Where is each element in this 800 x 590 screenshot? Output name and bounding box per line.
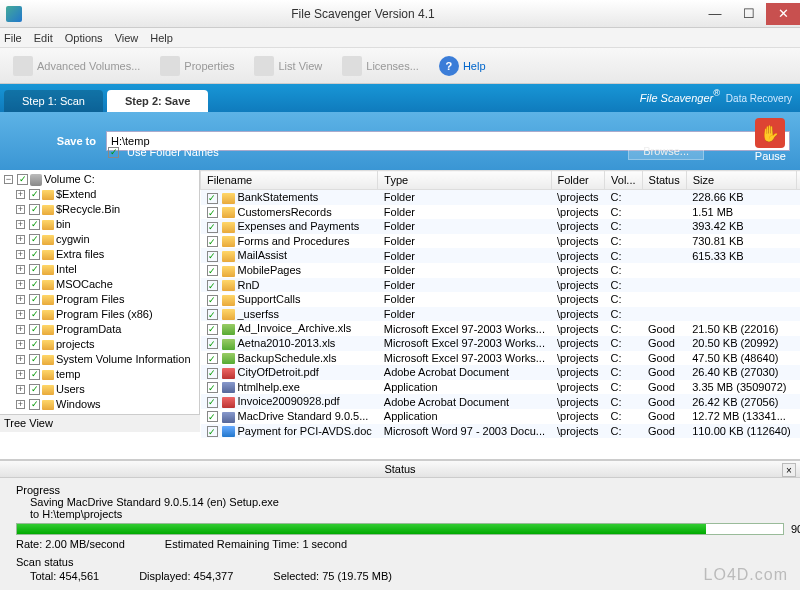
tree-node[interactable]: +✓ $Extend [16, 187, 197, 202]
scan-status-label: Scan status [16, 556, 784, 568]
checkbox-icon: ✓ [108, 147, 119, 158]
help-icon: ? [439, 56, 459, 76]
table-row[interactable]: ✓MobilePages Folder\projectsC: [201, 263, 801, 278]
menu-options[interactable]: Options [65, 32, 103, 44]
table-row[interactable]: ✓_userfss Folder\projectsC: [201, 307, 801, 322]
file-list[interactable]: FilenameTypeFolderVol...StatusSizeModifi… [200, 170, 800, 459]
brand-label: File Scavenger®Data Recovery [640, 88, 792, 105]
progress-file2: to H:\temp\projects [16, 508, 784, 520]
status-panel: Status × Progress Saving MacDrive Standa… [0, 460, 800, 590]
table-row[interactable]: ✓Invoice20090928.pdf Adobe Acrobat Docum… [201, 394, 801, 409]
menu-file[interactable]: File [4, 32, 22, 44]
properties-button[interactable]: Properties [151, 51, 243, 81]
tree-node[interactable]: +✓ cygwin [16, 232, 197, 247]
watermark: LO4D.com [704, 566, 788, 584]
table-row[interactable]: ✓Expenses and Payments Folder\projectsC:… [201, 219, 801, 234]
browse-button[interactable]: Browse... [628, 142, 704, 160]
progress-file1: Saving MacDrive Standard 9.0.5.14 (en) S… [16, 496, 784, 508]
save-panel: Save to ✓ Use Folder Names Browse... ✋ P… [0, 112, 800, 170]
menubar: File Edit Options View Help [0, 28, 800, 48]
menu-edit[interactable]: Edit [34, 32, 53, 44]
tree-node[interactable]: +✓ ProgramData [16, 322, 197, 337]
tab-step2-save[interactable]: Step 2: Save [107, 90, 208, 112]
pause-button[interactable]: ✋ Pause [755, 118, 786, 162]
licenses-button[interactable]: Licenses... [333, 51, 428, 81]
toolbar: Advanced Volumes... Properties List View… [0, 48, 800, 84]
tree-node[interactable]: +✓ bin [16, 217, 197, 232]
table-row[interactable]: ✓Forms and Procedures Folder\projectsC:7… [201, 234, 801, 249]
table-row[interactable]: ✓BackupSchedule.xls Microsoft Excel 97-2… [201, 351, 801, 366]
tree-view-label: Tree View [0, 414, 200, 432]
table-row[interactable]: ✓Payment for PCI-AVDS.doc Microsoft Word… [201, 424, 801, 439]
advanced-volumes-button[interactable]: Advanced Volumes... [4, 51, 149, 81]
status-header: Status × [0, 461, 800, 478]
menu-view[interactable]: View [115, 32, 139, 44]
eta-value: 1 second [302, 538, 347, 550]
tree-node[interactable]: +✓ temp [16, 367, 197, 382]
table-row[interactable]: ✓CustomersRecords Folder\projectsC:1.51 … [201, 205, 801, 220]
titlebar: File Scavenger Version 4.1 — ☐ ✕ [0, 0, 800, 28]
tree-node[interactable]: +✓ Extra files [16, 247, 197, 262]
tab-step1-scan[interactable]: Step 1: Scan [4, 90, 103, 112]
table-row[interactable]: ✓Aetna2010-2013.xls Microsoft Excel 97-2… [201, 336, 801, 351]
tree-node[interactable]: +✓ projects [16, 337, 197, 352]
column-header[interactable]: Type [378, 171, 551, 190]
save-to-label: Save to [40, 135, 96, 147]
tree-node[interactable]: +✓ MSOCache [16, 277, 197, 292]
status-close-button[interactable]: × [782, 463, 796, 477]
step-bar: Step 1: Scan Step 2: Save File Scavenger… [0, 84, 800, 112]
tree-node[interactable]: +✓ $Recycle.Bin [16, 202, 197, 217]
tree-root[interactable]: −✓ Volume C: [4, 172, 197, 187]
maximize-button[interactable]: ☐ [732, 3, 766, 25]
window-title: File Scavenger Version 4.1 [28, 7, 698, 21]
progress-bar: 90% [16, 523, 784, 535]
column-header[interactable]: Filename [201, 171, 378, 190]
progress-label: Progress [16, 484, 784, 496]
table-row[interactable]: ✓Ad_Invoice_Archive.xls Microsoft Excel … [201, 321, 801, 336]
tree-node[interactable]: +✓ Program Files (x86) [16, 307, 197, 322]
tree-view[interactable]: −✓ Volume C:+✓ $Extend+✓ $Recycle.Bin+✓ … [0, 170, 200, 414]
tree-node[interactable]: +✓ System Volume Information [16, 352, 197, 367]
column-header[interactable]: Vol... [605, 171, 642, 190]
tree-node[interactable]: +✓ Intel [16, 262, 197, 277]
tree-node[interactable]: +✓ Users [16, 382, 197, 397]
table-row[interactable]: ✓htmlhelp.exe Application\projectsC:Good… [201, 380, 801, 395]
table-row[interactable]: ✓MacDrive Standard 9.0.5... Application\… [201, 409, 801, 424]
close-button[interactable]: ✕ [766, 3, 800, 25]
table-row[interactable]: ✓SupportCalls Folder\projectsC: [201, 292, 801, 307]
column-header[interactable]: Size [686, 171, 796, 190]
table-row[interactable]: ✓CityOfDetroit.pdf Adobe Acrobat Documen… [201, 365, 801, 380]
list-icon [254, 56, 274, 76]
minimize-button[interactable]: — [698, 3, 732, 25]
use-folder-names-checkbox[interactable]: ✓ Use Folder Names [108, 146, 219, 158]
pause-icon: ✋ [755, 118, 785, 148]
list-view-button[interactable]: List View [245, 51, 331, 81]
table-row[interactable]: ✓RnD Folder\projectsC: [201, 278, 801, 293]
key-icon [342, 56, 362, 76]
table-row[interactable]: ✓BankStatements Folder\projectsC:228.66 … [201, 190, 801, 205]
column-header[interactable]: Folder [551, 171, 605, 190]
help-button[interactable]: ?Help [430, 51, 495, 81]
column-header[interactable]: Status [642, 171, 686, 190]
properties-icon [160, 56, 180, 76]
menu-help[interactable]: Help [150, 32, 173, 44]
rate-value: 2.00 MB/second [45, 538, 125, 550]
table-row[interactable]: ✓MailAssist Folder\projectsC:615.33 KB [201, 248, 801, 263]
app-icon [6, 6, 22, 22]
tree-node[interactable]: +✓ Program Files [16, 292, 197, 307]
volumes-icon [13, 56, 33, 76]
tree-node[interactable]: +✓ Windows [16, 397, 197, 412]
